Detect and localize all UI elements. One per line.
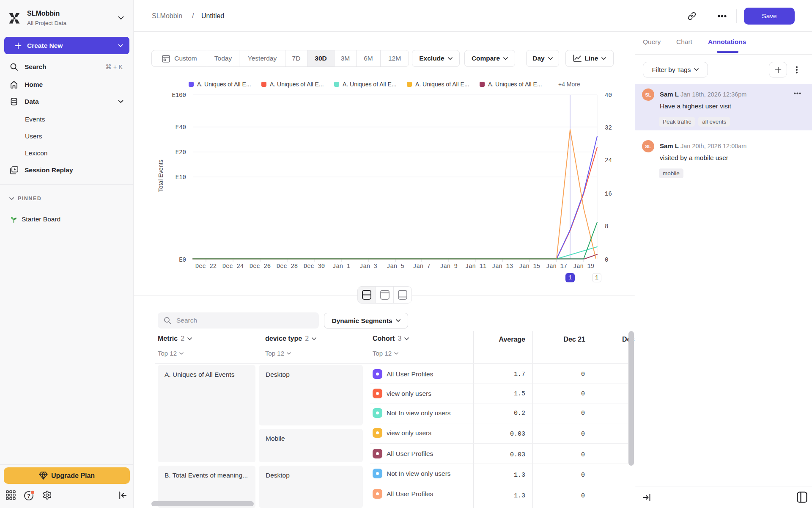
- svg-text:E0: E0: [179, 257, 186, 263]
- svg-text:Jan 9: Jan 9: [440, 263, 458, 270]
- svg-text:?: ?: [27, 493, 30, 499]
- svg-text:Jan 15: Jan 15: [519, 263, 540, 270]
- svg-text:E40: E40: [176, 124, 186, 131]
- svg-text:E10: E10: [176, 174, 186, 181]
- svg-text:16: 16: [605, 190, 612, 197]
- svg-text:0: 0: [605, 257, 608, 263]
- svg-text:Dec 24: Dec 24: [222, 263, 244, 270]
- svg-text:Jan 13: Jan 13: [492, 263, 513, 270]
- svg-text:32: 32: [605, 124, 612, 131]
- svg-text:Jan 11: Jan 11: [465, 263, 486, 270]
- svg-text:E100: E100: [172, 92, 186, 99]
- svg-text:Jan 5: Jan 5: [387, 263, 404, 270]
- svg-text:Dec 26: Dec 26: [250, 263, 271, 270]
- svg-text:Dec 28: Dec 28: [277, 263, 298, 270]
- svg-text:Jan 17: Jan 17: [546, 263, 567, 270]
- svg-text:40: 40: [605, 92, 612, 99]
- svg-text:Dec 22: Dec 22: [195, 263, 217, 270]
- svg-text:Jan 1: Jan 1: [332, 263, 350, 270]
- svg-text:8: 8: [605, 223, 608, 230]
- svg-text:Jan 7: Jan 7: [413, 263, 431, 270]
- svg-text:E20: E20: [176, 149, 186, 156]
- svg-text:Dec 30: Dec 30: [304, 263, 325, 270]
- svg-text:Jan 3: Jan 3: [359, 263, 377, 270]
- svg-text:24: 24: [605, 157, 612, 164]
- svg-text:Jan 19: Jan 19: [573, 263, 594, 270]
